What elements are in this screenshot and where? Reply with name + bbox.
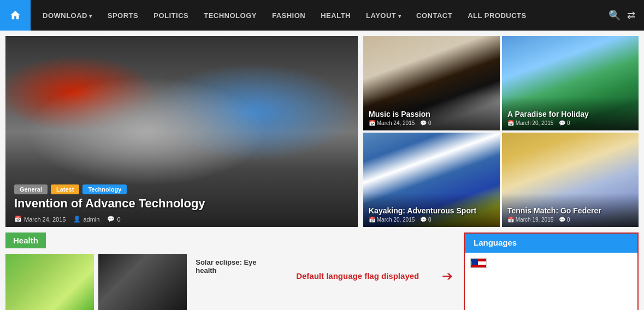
card-date-3: 📅 March 19, 2015 bbox=[507, 217, 553, 223]
arrow-icon: ➔ bbox=[442, 269, 453, 284]
hero-comments: 💬 0 bbox=[107, 216, 120, 223]
nav-politics[interactable]: POLITICS bbox=[146, 11, 196, 20]
hero-card[interactable]: General Latest Technology Invention of A… bbox=[5, 36, 358, 227]
nav-download[interactable]: DOWNLOAD bbox=[35, 11, 100, 20]
health-card-1[interactable] bbox=[5, 254, 94, 310]
card-comments-1: 💬 0 bbox=[559, 120, 570, 126]
user-icon: 👤 bbox=[73, 216, 81, 223]
nav-technology[interactable]: TECHNOLOGY bbox=[196, 11, 264, 20]
card-meta-2: 📅 March 20, 2015 💬 0 bbox=[369, 217, 494, 223]
card-title-3: Tennis Match: Go Federer bbox=[507, 206, 633, 215]
card-title-0: Music is Passion bbox=[369, 110, 494, 118]
hero-date: 📅 March 24, 2015 bbox=[14, 216, 66, 223]
card-overlay-0: Music is Passion 📅 March 24, 2015 💬 0 bbox=[363, 97, 500, 130]
grid-card-0[interactable]: Music is Passion 📅 March 24, 2015 💬 0 bbox=[363, 36, 500, 130]
tag-latest[interactable]: Latest bbox=[51, 184, 79, 194]
nav-layout[interactable]: LAYOUT bbox=[358, 11, 409, 20]
main-content: General Latest Technology Invention of A… bbox=[0, 31, 644, 233]
solar-text: Solar eclipse: Eye health bbox=[191, 254, 268, 310]
card-comments-2: 💬 0 bbox=[420, 217, 431, 223]
nav-contact[interactable]: CONTACT bbox=[409, 11, 460, 20]
grid-card-2[interactable]: Kayaking: Adventurous Sport 📅 March 20, … bbox=[363, 133, 500, 227]
hero-author: 👤 admin bbox=[73, 216, 99, 223]
hero-tags: General Latest Technology bbox=[14, 184, 127, 194]
health-cards: Solar eclipse: Eye health bbox=[5, 254, 268, 310]
hero-title: Invention of Advance Technology bbox=[14, 196, 349, 211]
health-card-2[interactable] bbox=[98, 254, 187, 310]
comment-icon: 💬 bbox=[107, 216, 115, 223]
card-overlay-1: A Paradise for Holiday 📅 March 20, 2015 … bbox=[502, 97, 639, 130]
flag-us[interactable] bbox=[470, 258, 487, 268]
hero-meta: 📅 March 24, 2015 👤 admin 💬 0 bbox=[14, 216, 121, 223]
card-date-0: 📅 March 24, 2015 bbox=[369, 120, 415, 126]
nav-action-icons: 🔍 ⇄ bbox=[600, 9, 644, 21]
home-button[interactable] bbox=[0, 0, 31, 31]
health-section: Health Solar eclipse: Eye health bbox=[5, 233, 268, 310]
tag-technology[interactable]: Technology bbox=[82, 184, 127, 194]
card-title-2: Kayaking: Adventurous Sport bbox=[369, 206, 494, 215]
card-title-1: A Paradise for Holiday bbox=[507, 110, 633, 118]
nav-health[interactable]: HEALTH bbox=[313, 11, 358, 20]
health-heading: Health bbox=[5, 233, 46, 248]
shuffle-icon[interactable]: ⇄ bbox=[627, 9, 635, 21]
card-overlay-3: Tennis Match: Go Federer 📅 March 19, 201… bbox=[502, 193, 639, 227]
annotation-text: Default language flag displayed bbox=[279, 271, 436, 281]
nav-fashion[interactable]: FASHION bbox=[264, 11, 313, 20]
home-icon bbox=[9, 9, 21, 21]
navbar: DOWNLOAD SPORTS POLITICS TECHNOLOGY FASH… bbox=[0, 0, 644, 31]
tag-general[interactable]: General bbox=[14, 184, 48, 194]
annotation-panel: Default language flag displayed ➔ bbox=[273, 233, 458, 310]
bottom-section: Health Solar eclipse: Eye health Default… bbox=[0, 233, 644, 310]
card-comments-3: 💬 0 bbox=[559, 217, 570, 223]
search-icon[interactable]: 🔍 bbox=[608, 9, 621, 21]
calendar-icon: 📅 bbox=[14, 216, 22, 223]
nav-sports[interactable]: SPORTS bbox=[100, 11, 146, 20]
grid-card-1[interactable]: A Paradise for Holiday 📅 March 20, 2015 … bbox=[502, 36, 639, 130]
nav-menu: DOWNLOAD SPORTS POLITICS TECHNOLOGY FASH… bbox=[31, 11, 600, 20]
card-meta-0: 📅 March 24, 2015 💬 0 bbox=[369, 120, 494, 126]
card-date-2: 📅 March 20, 2015 bbox=[369, 217, 415, 223]
card-overlay-2: Kayaking: Adventurous Sport 📅 March 20, … bbox=[363, 193, 500, 227]
languages-body bbox=[465, 252, 637, 273]
languages-box: Languages bbox=[464, 233, 639, 310]
flag-stars bbox=[471, 259, 478, 265]
grid-cards: Music is Passion 📅 March 24, 2015 💬 0 A … bbox=[363, 36, 639, 227]
languages-header: Languages bbox=[465, 234, 637, 252]
grid-card-3[interactable]: Tennis Match: Go Federer 📅 March 19, 201… bbox=[502, 133, 639, 227]
card-comments-0: 💬 0 bbox=[420, 120, 431, 126]
card-date-1: 📅 March 20, 2015 bbox=[507, 120, 553, 126]
nav-all-products[interactable]: ALL PRODUCTS bbox=[460, 11, 534, 20]
card-meta-3: 📅 March 19, 2015 💬 0 bbox=[507, 217, 633, 223]
card-meta-1: 📅 March 20, 2015 💬 0 bbox=[507, 120, 633, 126]
